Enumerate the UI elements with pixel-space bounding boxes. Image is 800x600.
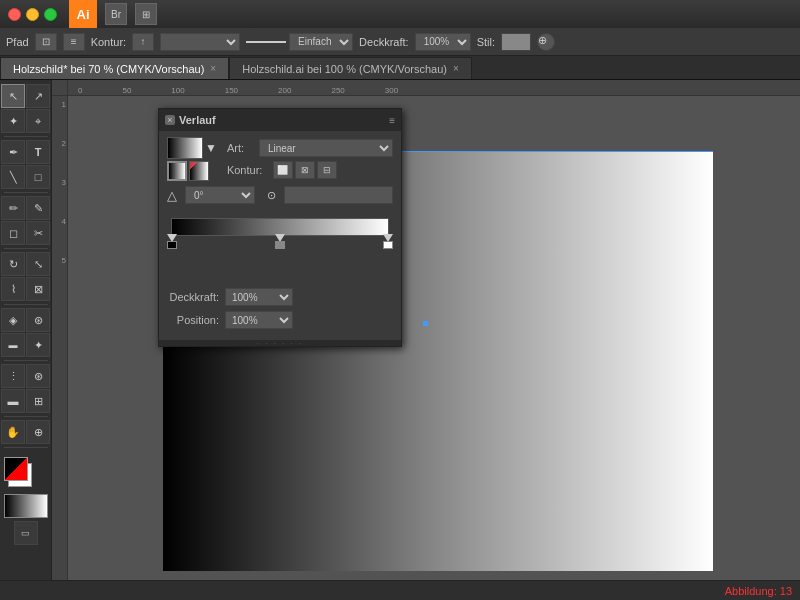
tab-0-label: Holzschild* bei 70 % (CMYK/Vorschau) — [13, 63, 204, 75]
line-tool[interactable]: ╲ — [1, 165, 25, 189]
tab-0[interactable]: Holzschild* bei 70 % (CMYK/Vorschau) × — [0, 57, 229, 79]
tab-0-close[interactable]: × — [210, 63, 216, 74]
gradient-panel-title: Verlauf — [179, 114, 385, 126]
warp-tool[interactable]: ⌇ — [1, 277, 25, 301]
toolbox: ↖ ↗ ✦ ⌖ ✒ T ╲ □ ✏ ✎ ◻ ✂ ↻ ⤡ ⌇ — [0, 80, 52, 580]
kontur-buttons: ⬜ ⊠ ⊟ — [273, 161, 337, 179]
app-icon: Ai — [69, 0, 97, 28]
hand-tool[interactable]: ✋ — [1, 420, 25, 444]
free-transform-tool[interactable]: ⊠ — [26, 277, 50, 301]
tab-1-close[interactable]: × — [453, 63, 459, 74]
gradient-stop-mid[interactable] — [275, 234, 285, 249]
tab-1-label: Holzschild.ai bei 100 % (CMYK/Vorschau) — [242, 63, 447, 75]
traffic-lights — [8, 8, 57, 21]
lasso-tool[interactable]: ⌖ — [26, 109, 50, 133]
deckkraft-label: Deckkraft: — [167, 291, 219, 303]
tab-1[interactable]: Holzschild.ai bei 100 % (CMYK/Vorschau) … — [229, 57, 472, 79]
rotate-tool[interactable]: ↻ — [1, 252, 25, 276]
chart-tool[interactable]: ▬ — [1, 389, 25, 413]
panel-resize-grip[interactable]: · · · · · · — [159, 340, 401, 346]
stroke-preview: Einfach — [246, 33, 353, 51]
kontur-label: Kontur: — [91, 36, 126, 48]
kontur-label: Kontur: — [227, 164, 269, 176]
shape-builder-tool[interactable]: ◈ — [1, 308, 25, 332]
gradient-box[interactable] — [4, 494, 48, 518]
title-bar: Ai Br ⊞ — [0, 0, 800, 28]
opacity-row: Deckkraft: 100%75%50%25%0% — [167, 288, 393, 306]
gradient-swatch-1[interactable] — [167, 161, 187, 181]
angle-row: △ 0°45°90° ⊙ — [167, 186, 393, 204]
fill-color-box[interactable] — [4, 457, 28, 481]
art-type-select[interactable]: Linear Radial — [259, 139, 393, 157]
pen-tool[interactable]: ✒ — [1, 140, 25, 164]
scissors-tool[interactable]: ✂ — [26, 221, 50, 245]
gradient-panel-body: ▼ Art: — [159, 131, 401, 340]
kontur-select[interactable] — [160, 33, 240, 51]
pencil-tool[interactable]: ✎ — [26, 196, 50, 220]
blend-tool[interactable]: ⋮ — [1, 364, 25, 388]
close-button[interactable] — [8, 8, 21, 21]
opacity-select[interactable]: 100% — [415, 33, 471, 51]
stroke-style-select[interactable]: Einfach — [289, 33, 353, 51]
status-bar: Abbildung: 13 — [0, 580, 800, 600]
deckkraft-select[interactable]: 100%75%50%25%0% — [225, 288, 293, 306]
panel-close-button[interactable]: × — [165, 115, 175, 125]
kontur-btn-3[interactable]: ⊟ — [317, 161, 337, 179]
stroke-selector[interactable]: ⊡ — [35, 33, 57, 51]
selection-tool[interactable]: ↖ — [1, 84, 25, 108]
path-label: Pfad — [6, 36, 29, 48]
type-tool[interactable]: T — [26, 140, 50, 164]
kontur-icon[interactable]: ↑ — [132, 33, 154, 51]
figure-label: Abbildung: 13 — [725, 585, 792, 597]
aspect-icon: ⊙ — [267, 189, 276, 202]
artboard-tool[interactable]: ⊞ — [26, 389, 50, 413]
gradient-panel-titlebar[interactable]: × Verlauf ≡ — [159, 109, 401, 131]
maximize-button[interactable] — [44, 8, 57, 21]
zoom-tool[interactable]: ⊕ — [26, 420, 50, 444]
direct-selection-tool[interactable]: ↗ — [26, 84, 50, 108]
stil-label: Stil: — [477, 36, 495, 48]
gradient-slider-track: ◀ ◀ 🗑 — [167, 218, 393, 278]
gradient-panel: × Verlauf ≡ ▼ — [158, 108, 402, 347]
position-row: Position: 100%75%50%25%0% — [167, 311, 393, 329]
gradient-stop-right[interactable] — [383, 234, 393, 249]
art-row: ▼ Art: — [167, 137, 393, 181]
art-label: Art: — [227, 142, 255, 154]
panel-menu-button[interactable]: ≡ — [389, 115, 395, 126]
opacity-label: Deckkraft: — [359, 36, 409, 48]
stil-box[interactable] — [501, 33, 531, 51]
canvas-center-dot — [423, 321, 428, 326]
gradient-stop-left[interactable] — [167, 234, 177, 249]
kontur-btn-1[interactable]: ⬜ — [273, 161, 293, 179]
gradient-preview[interactable] — [167, 137, 203, 159]
ruler-canvas-h — [68, 80, 368, 96]
gradient-color-bar[interactable] — [171, 218, 389, 236]
position-label: Position: — [167, 314, 219, 326]
symbol-tool[interactable]: ⊛ — [26, 364, 50, 388]
angle-icon: △ — [167, 188, 177, 203]
minimize-button[interactable] — [26, 8, 39, 21]
angle-select[interactable]: 0°45°90° — [185, 186, 255, 204]
bridge-icon[interactable]: Br — [105, 3, 127, 25]
eyedropper-tool[interactable]: ✦ — [26, 333, 50, 357]
kontur-btn-2[interactable]: ⊠ — [295, 161, 315, 179]
live-paint-tool[interactable]: ⊛ — [26, 308, 50, 332]
gradient-arrow-toggle[interactable]: ▼ — [205, 141, 217, 155]
rectangle-tool[interactable]: □ — [26, 165, 50, 189]
document-tabs: Holzschild* bei 70 % (CMYK/Vorschau) × H… — [0, 56, 800, 80]
screen-mode-btn[interactable]: ▭ — [14, 521, 38, 545]
ruler-vertical: 12 34 5 — [52, 96, 68, 580]
paintbrush-tool[interactable]: ✏ — [1, 196, 25, 220]
position-select[interactable]: 100%75%50%25%0% — [225, 311, 293, 329]
panel-menu-button[interactable]: ⊕ — [537, 33, 555, 51]
gradient-swatch-2[interactable] — [189, 161, 209, 181]
aspect-slider[interactable] — [284, 186, 393, 204]
magic-wand-tool[interactable]: ✦ — [1, 109, 25, 133]
ruler-horizontal: 050 100150 200250 300 — [68, 80, 800, 96]
scale-tool[interactable]: ⤡ — [26, 252, 50, 276]
layout-icon[interactable]: ⊞ — [135, 3, 157, 25]
gradient-tool[interactable]: ▬ — [1, 333, 25, 357]
stroke-weight-icon[interactable]: ≡ — [63, 33, 85, 51]
canvas-area: × Verlauf ≡ ▼ — [68, 96, 800, 580]
eraser-tool[interactable]: ◻ — [1, 221, 25, 245]
